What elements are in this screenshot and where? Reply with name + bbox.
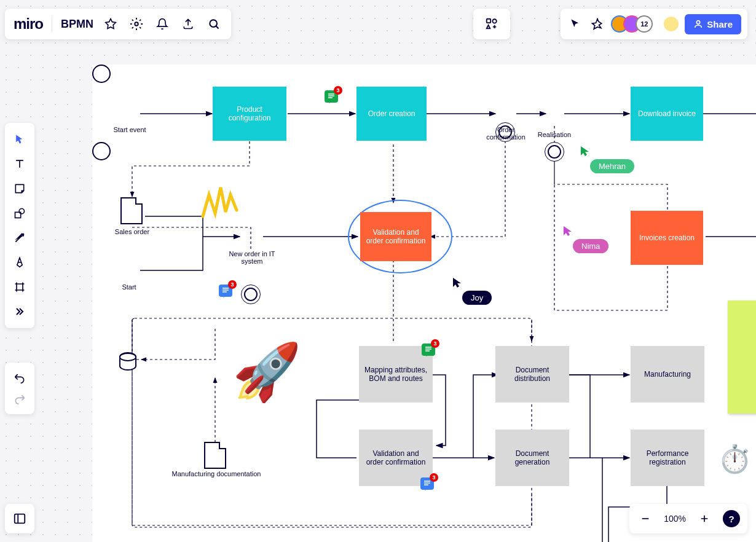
- overview-button[interactable]: [5, 504, 34, 533]
- shape-tool[interactable]: [9, 203, 30, 224]
- topbar-right: 12 Share: [561, 9, 747, 39]
- zoom-panel: 100% ?: [629, 504, 747, 533]
- comment-badge: 3: [431, 339, 439, 348]
- sticky-note[interactable]: [728, 300, 756, 414]
- select-tool[interactable]: [9, 129, 30, 150]
- comment-badge: 3: [430, 473, 438, 482]
- cursor-mode-icon[interactable]: [567, 15, 584, 33]
- svg-rect-18: [15, 514, 25, 524]
- validation2-label: Validation and order confirmation: [364, 449, 428, 466]
- start-event-label: Start event: [108, 126, 151, 133]
- comment-icon[interactable]: 3: [420, 477, 434, 490]
- download-invoice-label: Download invoice: [638, 109, 696, 118]
- arrow-tool[interactable]: [9, 227, 30, 248]
- validation-node[interactable]: Validation and order confirmation: [360, 212, 431, 261]
- download-invoice-node[interactable]: Download invoice: [631, 87, 703, 141]
- new-order-gateway[interactable]: [241, 285, 261, 304]
- undo-panel: [5, 363, 34, 414]
- sales-order-label: Sales order: [108, 228, 156, 235]
- svg-rect-13: [487, 19, 490, 23]
- scribble-icon: [200, 183, 243, 226]
- comment-icon[interactable]: 3: [219, 285, 232, 297]
- topbar-left: miro BPMN: [5, 9, 231, 39]
- start-label: Start: [117, 283, 141, 291]
- sticky-tool[interactable]: [9, 178, 30, 199]
- share-label: Share: [707, 19, 733, 29]
- help-button[interactable]: ?: [723, 510, 740, 527]
- search-icon[interactable]: [205, 15, 222, 33]
- cursor-arrow-icon: [580, 146, 590, 159]
- bell-icon[interactable]: [154, 15, 171, 33]
- cursor-nima: Nima: [573, 239, 608, 253]
- realisation-gateway[interactable]: [545, 142, 564, 162]
- star-icon[interactable]: [102, 15, 119, 33]
- doc-generation-label: Document generation: [500, 449, 564, 466]
- diagram-canvas[interactable]: Start event Product configuration 3 Orde…: [92, 65, 756, 542]
- comment-badge: 3: [228, 280, 237, 289]
- cursor-mehran: Mehran: [590, 159, 634, 173]
- comment-badge: 3: [334, 86, 342, 95]
- database-icon[interactable]: [119, 352, 136, 371]
- invoices-creation-node[interactable]: Invoices creation: [631, 211, 703, 265]
- svg-point-14: [492, 19, 496, 23]
- order-creation-label: Order creation: [368, 109, 415, 118]
- cursor-arrow-icon: [563, 226, 573, 239]
- comment-icon[interactable]: 3: [325, 90, 338, 103]
- apps-button[interactable]: [473, 9, 510, 39]
- board-name[interactable]: BPMN: [61, 18, 93, 31]
- avatar-count[interactable]: 12: [636, 15, 653, 33]
- text-tool[interactable]: [9, 154, 30, 175]
- mapping-label: Mapping attributes, BOM and routes: [364, 366, 428, 383]
- svg-rect-8: [132, 318, 532, 527]
- svg-point-11: [135, 22, 138, 26]
- share-button[interactable]: Share: [685, 14, 741, 34]
- new-order-label: New order in IT system: [224, 250, 280, 265]
- stopwatch-emoji[interactable]: ⏱️: [718, 443, 752, 475]
- avatar-stack[interactable]: 12: [611, 15, 653, 33]
- settings-icon[interactable]: [128, 15, 145, 33]
- invoices-creation-label: Invoices creation: [639, 234, 695, 242]
- frame-tool[interactable]: [9, 277, 30, 297]
- undo-button[interactable]: [9, 367, 30, 388]
- manufacturing-label: Manufacturing: [644, 370, 691, 379]
- zoom-out-button[interactable]: [637, 510, 654, 527]
- divider: [52, 15, 52, 33]
- tool-sidebar: [5, 123, 34, 328]
- manufacturing-node[interactable]: Manufacturing: [631, 346, 704, 403]
- reactions-icon[interactable]: [589, 15, 606, 33]
- redo-button[interactable]: [9, 388, 30, 409]
- svg-point-12: [210, 20, 217, 27]
- cursor-arrow-icon: [452, 277, 462, 291]
- comment-icon[interactable]: 3: [422, 344, 435, 356]
- user-avatar[interactable]: [663, 15, 680, 33]
- order-conformation-label: Order conformation: [482, 126, 530, 141]
- zoom-value[interactable]: 100%: [664, 514, 686, 524]
- performance-reg-label: Performance registration: [636, 449, 699, 466]
- order-creation-node[interactable]: Order creation: [356, 87, 427, 141]
- zoom-in-button[interactable]: [696, 510, 713, 527]
- rocket-emoji[interactable]: 🚀: [232, 340, 301, 404]
- start-event-node[interactable]: [92, 65, 111, 83]
- product-config-node[interactable]: Product configuration: [213, 87, 286, 141]
- validation-label: Validation and order confirmation: [365, 228, 427, 245]
- pen-tool[interactable]: [9, 252, 30, 273]
- doc-generation-node[interactable]: Document generation: [495, 430, 569, 486]
- miro-logo[interactable]: miro: [14, 15, 43, 33]
- start-node[interactable]: [92, 142, 111, 160]
- svg-point-15: [697, 21, 700, 24]
- export-icon[interactable]: [179, 15, 197, 33]
- doc-distribution-node[interactable]: Document distribution: [495, 346, 569, 403]
- product-config-label: Product configuration: [218, 105, 282, 122]
- cursor-joy: Joy: [462, 291, 492, 305]
- doc-distribution-label: Document distribution: [500, 366, 564, 383]
- svg-point-17: [19, 209, 24, 214]
- realisation-label: Realisation: [535, 131, 574, 138]
- performance-reg-node[interactable]: Performance registration: [631, 430, 704, 486]
- manufacturing-doc-icon[interactable]: [204, 442, 226, 469]
- sales-order-doc-icon[interactable]: [120, 197, 143, 224]
- more-tools[interactable]: [9, 301, 30, 322]
- manufacturing-doc-label: Manufacturing documentation: [167, 470, 266, 477]
